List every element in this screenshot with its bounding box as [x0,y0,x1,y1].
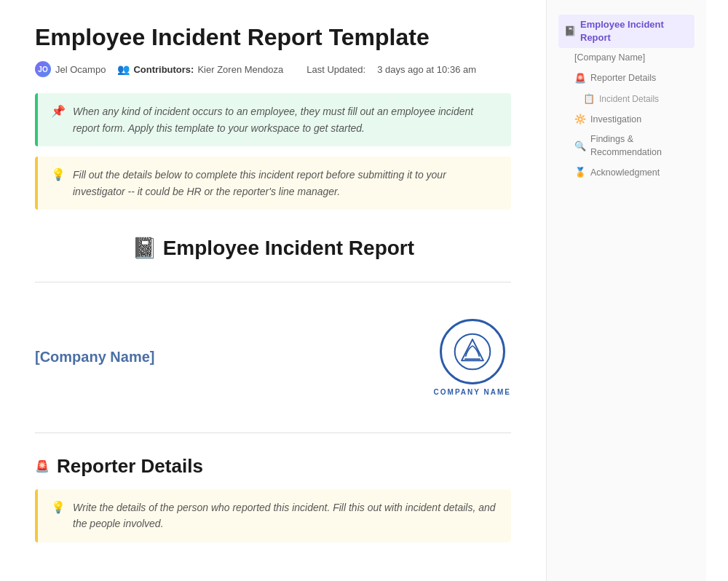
meta-bar: JO Jel Ocampo 👥 Contributors: Kier Zoren… [35,61,511,77]
pin-icon: 📌 [51,104,66,118]
sidebar-item-reporter-details[interactable]: 🚨Reporter Details [558,68,695,89]
author-name: Jel Ocampo [55,64,106,75]
callout-green: 📌 When any kind of incident occurs to an… [35,93,511,146]
sidebar-item-investigation[interactable]: 🔆Investigation [558,109,695,130]
author-info: JO Jel Ocampo [35,61,106,77]
contributors-icon: 👥 [117,63,130,75]
reporter-details-section: 🚨 Reporter Details [35,455,511,478]
acknowledgment-icon: 🏅 [574,166,586,179]
sidebar-item-employee-incident-report[interactable]: 📓Employee Incident Report [558,15,695,48]
page-title: Employee Incident Report Template [35,23,511,51]
company-name: [Company Name] [35,349,154,365]
reporter-callout-text: Write the details of the person who repo… [73,499,498,532]
incident-details-label: Incident Details [599,93,659,106]
report-title-section: 📓 Employee Incident Report [35,236,511,260]
reporter-details-label: Reporter Details [590,72,656,85]
contributors-names: Kier Zoren Mendoza [197,64,283,75]
reporter-callout: 💡 Write the details of the person who re… [35,489,511,542]
logo-circle [440,319,505,384]
reporter-callout-icon: 💡 [51,500,66,514]
reporter-icon: 🚨 [35,459,50,473]
reporter-details-heading: Reporter Details [57,455,203,478]
reporter-details-icon: 🚨 [574,72,586,85]
sidebar-item-findings[interactable]: 🔍Findings & Recommendation [558,130,695,162]
last-updated-label: Last Updated: [306,64,365,75]
sidebar-item-acknowledgment[interactable]: 🏅Acknowledgment [558,162,695,183]
company-name-label: [Company Name] [574,52,645,65]
top-divider [35,282,511,282]
company-section: [Company Name] COMPANY NAME [35,304,511,411]
callout-yellow-text: Fill out the details below to complete t… [73,167,498,199]
investigation-icon: 🔆 [574,113,586,126]
acknowledgment-label: Acknowledgment [590,167,660,180]
sidebar: 📓Employee Incident Report[Company Name]🚨… [546,0,706,581]
findings-label: Findings & Recommendation [590,133,689,159]
sidebar-item-incident-details[interactable]: 📋Incident Details [558,89,695,109]
lightbulb-icon: 💡 [51,167,66,181]
callout-green-text: When any kind of incident occurs to an e… [73,103,498,136]
main-content: Employee Incident Report Template JO Jel… [0,0,546,581]
report-heading: 📓 Employee Incident Report [35,236,511,260]
findings-icon: 🔍 [574,140,586,153]
company-logo: COMPANY NAME [434,319,511,396]
employee-incident-report-label: Employee Incident Report [580,18,689,44]
svg-marker-1 [462,339,483,360]
last-updated-value: 3 days ago at 10:36 am [377,64,476,75]
employee-incident-report-icon: 📓 [564,25,576,38]
report-title-text: Employee Incident Report [163,237,414,259]
report-title-icon: 📓 [132,237,157,259]
logo-svg [453,332,492,371]
investigation-label: Investigation [590,114,641,127]
contributors-info: 👥 Contributors: Kier Zoren Mendoza [117,63,283,75]
avatar: JO [35,61,51,77]
contributors-label: Contributors: [133,64,194,75]
bottom-divider [35,432,511,433]
callout-yellow: 💡 Fill out the details below to complete… [35,157,511,210]
sidebar-item-company-name[interactable]: [Company Name] [558,48,695,68]
logo-text: COMPANY NAME [434,388,511,396]
incident-details-icon: 📋 [583,92,595,106]
